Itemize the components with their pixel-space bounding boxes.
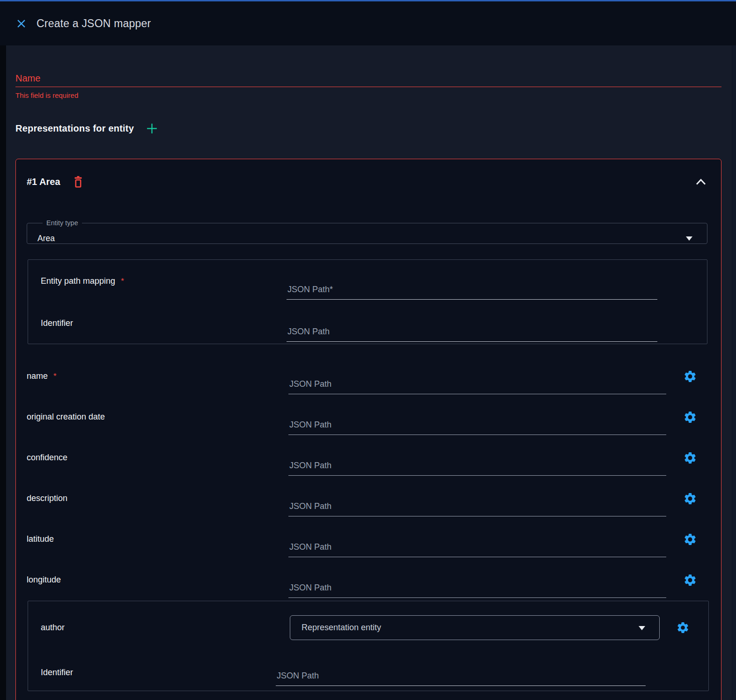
label-text: Entity path mapping	[41, 276, 115, 286]
trash-icon	[73, 176, 84, 188]
latitude-json-path-input[interactable]	[288, 542, 666, 557]
field-settings-button[interactable]	[683, 451, 697, 465]
entity-path-mapping-row: Entity path mapping *	[35, 260, 700, 302]
identifier-label: Identifier	[35, 318, 287, 328]
collapse-representation-button[interactable]	[695, 178, 707, 185]
field-row-longitude: longitude	[27, 556, 710, 597]
field-row-description: description	[27, 474, 710, 515]
name-json-path-input[interactable]	[288, 379, 666, 394]
field-settings-button[interactable]	[683, 573, 697, 587]
author-label: author	[35, 623, 290, 633]
representation-card-header: #1 Area	[27, 175, 710, 189]
section-title: Representations for entity	[15, 123, 134, 134]
field-input-wrap	[288, 420, 666, 435]
field-label: original creation date	[27, 412, 288, 422]
representations-section-header: Representations for entity	[15, 123, 721, 134]
field-label: description	[27, 494, 288, 503]
field-label: latitude	[27, 534, 288, 544]
field-label: confidence	[27, 453, 288, 463]
field-row-confidence: confidence	[27, 434, 710, 474]
scrollbar-track[interactable]	[732, 45, 736, 700]
delete-representation-button[interactable]	[73, 176, 84, 188]
field-settings-button[interactable]	[683, 532, 697, 546]
gear-icon	[683, 369, 697, 383]
author-select-value: Representation entity	[302, 623, 381, 633]
entity-type-label: Entity type	[43, 220, 82, 227]
plus-icon	[146, 123, 158, 134]
field-settings-button[interactable]	[683, 369, 697, 383]
attribute-rows: name * original creation date	[27, 352, 710, 597]
modal-body: Name This field is required Representati…	[6, 45, 736, 700]
original-creation-date-json-path-input[interactable]	[288, 420, 666, 435]
field-row-name: name *	[27, 352, 710, 393]
close-button[interactable]	[16, 19, 26, 29]
name-input[interactable]	[15, 84, 721, 87]
identifier-row: Identifier	[35, 302, 700, 344]
entity-path-input-wrap	[287, 285, 657, 300]
required-asterisk: *	[121, 277, 124, 286]
author-row: author Representation entity	[35, 601, 702, 654]
field-row-original-creation-date: original creation date	[27, 393, 710, 434]
required-asterisk: *	[53, 372, 57, 381]
entity-path-json-path-input[interactable]	[287, 285, 657, 300]
longitude-json-path-input[interactable]	[288, 583, 666, 598]
field-input-wrap	[288, 461, 666, 476]
representation-card: #1 Area Entity type Area	[15, 159, 721, 700]
label-text: name	[27, 371, 48, 381]
caret-down-icon	[639, 626, 645, 630]
confidence-json-path-input[interactable]	[288, 461, 666, 476]
x-icon	[16, 19, 26, 29]
identifier-input-wrap	[287, 327, 657, 342]
author-identifier-input-wrap	[276, 671, 646, 686]
entity-type-value: Area	[37, 234, 55, 243]
gear-icon	[683, 492, 697, 506]
gear-icon	[683, 410, 697, 424]
gear-icon	[683, 573, 697, 587]
field-settings-button[interactable]	[683, 410, 697, 424]
entity-path-mapping-label: Entity path mapping *	[35, 276, 287, 286]
caret-down-icon	[686, 236, 692, 241]
chevron-up-icon	[695, 178, 707, 185]
field-input-wrap	[288, 501, 666, 516]
field-settings-button[interactable]	[683, 492, 697, 506]
author-representation-select[interactable]: Representation entity	[290, 615, 660, 640]
gear-icon	[683, 532, 697, 546]
gear-icon	[683, 451, 697, 465]
entity-type-select[interactable]: Entity type Area	[27, 220, 707, 244]
author-identifier-json-path-input[interactable]	[276, 671, 646, 686]
modal-header: Create a JSON mapper	[0, 1, 736, 45]
name-field-error: This field is required	[15, 91, 721, 99]
entity-path-mapping-card: Entity path mapping * Identifier	[28, 259, 707, 344]
representation-index-label: #1 Area	[27, 177, 60, 187]
name-field-group: Name This field is required	[15, 72, 721, 99]
field-input-wrap	[288, 379, 666, 394]
author-card: author Representation entity Identifier	[28, 601, 709, 691]
author-identifier-label: Identifier	[35, 668, 276, 678]
identifier-json-path-input[interactable]	[287, 327, 657, 342]
page-title: Create a JSON mapper	[37, 17, 151, 30]
name-field-label: Name	[15, 72, 721, 84]
description-json-path-input[interactable]	[288, 501, 666, 516]
field-label: longitude	[27, 575, 288, 585]
field-label: name *	[27, 371, 288, 381]
field-input-wrap	[288, 542, 666, 557]
add-representation-button[interactable]	[146, 123, 158, 134]
author-settings-button[interactable]	[676, 620, 690, 634]
field-row-latitude: latitude	[27, 515, 710, 556]
gear-icon	[676, 621, 690, 634]
field-input-wrap	[288, 583, 666, 598]
page-left-gutter	[0, 45, 6, 700]
author-identifier-row: Identifier	[35, 654, 702, 692]
